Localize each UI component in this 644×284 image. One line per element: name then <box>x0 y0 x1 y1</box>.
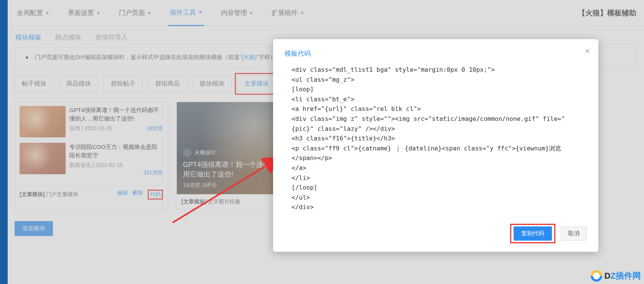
left-strip <box>0 0 8 284</box>
code-modal: 模板代码 × <div class="mdl_tlist1 bga" style… <box>273 39 598 252</box>
modal-title: 模板代码 <box>285 49 587 58</box>
modal-footer: 复制代码 取消 <box>285 224 587 243</box>
logo-icon <box>591 270 602 282</box>
close-icon[interactable]: × <box>585 46 590 56</box>
copy-code-button[interactable]: 复制代码 <box>514 226 552 241</box>
watermark: DZ插件网 <box>591 270 641 282</box>
cancel-button[interactable]: 取消 <box>561 226 587 241</box>
code-content[interactable]: <div class="mdl_tlist1 bga" style="margi… <box>285 65 587 212</box>
